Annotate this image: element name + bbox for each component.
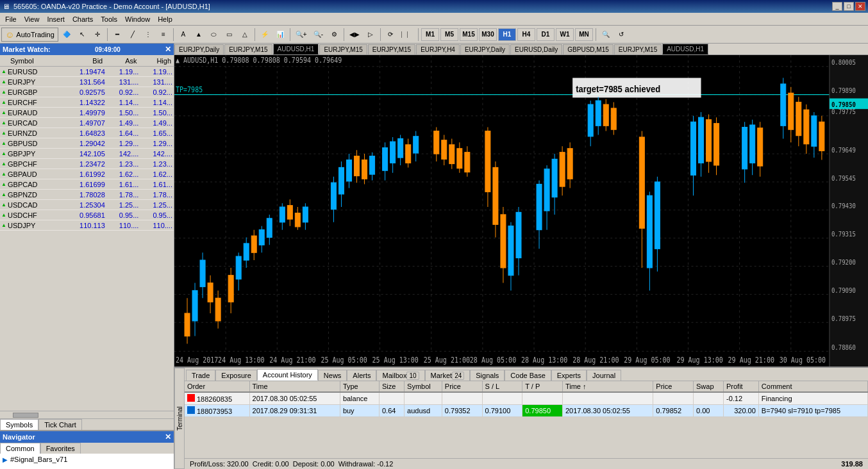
toolbar-crosshair-icon[interactable]: ✛ bbox=[90, 28, 104, 42]
chart-tab[interactable]: EURJPY,H4 bbox=[416, 44, 460, 54]
market-watch-row[interactable]: ▲ EURUSD 1.19474 1.19... 1.19... bbox=[0, 67, 174, 77]
market-watch-row[interactable]: ▲ GBPUSD 1.29042 1.29... 1.29... bbox=[0, 138, 174, 149]
navigator-item[interactable]: ▶ #Signal_Bars_v71 bbox=[3, 455, 171, 464]
chart-tab[interactable]: AUDUSD,H1 bbox=[273, 44, 319, 54]
order-type-2: buy bbox=[340, 405, 379, 417]
nav-tab-common[interactable]: Common bbox=[0, 443, 40, 454]
maximize-button[interactable]: □ bbox=[844, 2, 854, 11]
menu-charts[interactable]: Charts bbox=[69, 14, 97, 24]
menu-insert[interactable]: Insert bbox=[43, 14, 69, 24]
nav-tab-favorites[interactable]: Favorites bbox=[40, 443, 81, 454]
menu-file[interactable]: File bbox=[1, 14, 21, 24]
tf-w1[interactable]: W1 bbox=[556, 28, 574, 41]
market-watch-row[interactable]: ▲ EURCAD 1.49707 1.49... 1.49... bbox=[0, 118, 174, 128]
market-watch-row[interactable]: ▲ EURJPY 131.564 131.... 131.... bbox=[0, 77, 174, 87]
toolbar-label-icon[interactable]: ▲ bbox=[192, 28, 206, 42]
toolbar-rect-icon[interactable]: ▭ bbox=[222, 28, 237, 42]
mw-tab-symbols[interactable]: Symbols bbox=[0, 419, 38, 430]
tab-account-history[interactable]: Account History bbox=[257, 369, 318, 381]
chart-tab[interactable]: EURJPY,M15 bbox=[224, 44, 272, 54]
tab-mailbox[interactable]: Mailbox10 bbox=[376, 370, 424, 381]
toolbar-channel-icon[interactable]: ⋮ bbox=[141, 28, 155, 42]
toolbar-refresh-icon[interactable]: ↺ bbox=[614, 28, 628, 42]
toolbar-zoom-in-icon[interactable]: 🔍+ bbox=[293, 28, 310, 42]
market-watch-row[interactable]: ▲ GBPCHF 1.23472 1.23... 1.23... bbox=[0, 159, 174, 169]
svg-rect-106 bbox=[552, 159, 557, 197]
market-watch-row[interactable]: ▲ GBPJPY 142.105 142.... 142.... bbox=[0, 149, 174, 159]
market-watch-row[interactable]: ▲ USDJPY 110.113 110.... 110.... bbox=[0, 220, 174, 231]
market-watch-row[interactable]: ▲ EURGBP 0.92575 0.92... 0.92... bbox=[0, 87, 174, 97]
toolbar-line-icon[interactable]: ━ bbox=[110, 28, 124, 42]
toolbar-triangle-icon[interactable]: △ bbox=[238, 28, 252, 42]
chart-tab[interactable]: EURJPY,M15 bbox=[319, 44, 367, 54]
mw-row-ask: 1.78... bbox=[106, 191, 140, 199]
toolbar-chart-scroll[interactable]: ◀▶ bbox=[347, 28, 362, 42]
svg-rect-102 bbox=[537, 185, 542, 230]
market-watch-row[interactable]: ▲ USDCAD 1.25304 1.25... 1.25... bbox=[0, 200, 174, 210]
market-watch-row[interactable]: ▲ EURCHF 1.14322 1.14... 1.14... bbox=[0, 97, 174, 108]
toolbar-fib-icon[interactable]: ≡ bbox=[156, 28, 171, 42]
tab-trade[interactable]: Trade bbox=[186, 370, 215, 381]
chart-svg: TP=7985 target=7985 achieved ▲ AUDUSD,H1… bbox=[174, 55, 868, 366]
tab-news[interactable]: News bbox=[318, 370, 347, 381]
toolbar-ellipse-icon[interactable]: ⬭ bbox=[207, 28, 221, 42]
svg-text:0.79850: 0.79850 bbox=[831, 101, 856, 108]
market-watch-row[interactable]: ▲ USDCHF 0.95681 0.95... 0.95... bbox=[0, 210, 174, 220]
chart-tab[interactable]: EURJPY,M15 bbox=[368, 44, 415, 54]
toolbar-shift-icon[interactable]: ▷ bbox=[363, 28, 378, 42]
toolbar-indicator-icon[interactable]: 📊 bbox=[273, 28, 287, 42]
terminal-label[interactable]: Terminal bbox=[174, 368, 185, 469]
tab-market[interactable]: Market24 bbox=[425, 370, 471, 381]
market-watch-row[interactable]: ▲ GBPCAD 1.61699 1.61... 1.61... bbox=[0, 179, 174, 190]
market-watch-row[interactable]: ▲ GBPNZD 1.78028 1.78... 1.78... bbox=[0, 190, 174, 200]
menu-tools[interactable]: Tools bbox=[97, 14, 121, 24]
chart-tab[interactable]: GBPUSD,M15 bbox=[563, 44, 613, 54]
toolbar-cursor-icon[interactable]: ↖ bbox=[75, 28, 89, 42]
mw-row-ask: 1.23... bbox=[106, 160, 140, 168]
tab-alerts[interactable]: Alerts bbox=[347, 370, 376, 381]
mw-tab-tickchart[interactable]: Tick Chart bbox=[38, 419, 82, 430]
toolbar-auto-scroll[interactable]: ⟳ bbox=[383, 28, 397, 42]
tf-m5[interactable]: M5 bbox=[440, 28, 458, 41]
autotrading-button[interactable]: ☺ AutoTrading bbox=[1, 28, 58, 42]
tf-m30[interactable]: M30 bbox=[479, 28, 497, 41]
toolbar-zoom-out-icon[interactable]: 🔍- bbox=[311, 28, 326, 42]
tf-d1[interactable]: D1 bbox=[537, 28, 555, 41]
chart-canvas[interactable]: TP=7985 target=7985 achieved ▲ AUDUSD,H1… bbox=[174, 55, 868, 366]
chart-tab[interactable]: EURJPY,Daily bbox=[460, 44, 510, 54]
tf-mn[interactable]: MN bbox=[575, 28, 593, 41]
tab-signals[interactable]: Signals bbox=[470, 370, 505, 381]
mw-scrollbar-h[interactable] bbox=[0, 411, 174, 418]
market-watch-close[interactable]: ✕ bbox=[165, 45, 171, 54]
menu-window[interactable]: Window bbox=[121, 14, 154, 24]
chart-tab[interactable]: EURJPY,M15 bbox=[614, 44, 662, 54]
toolbar-period-icon[interactable]: ⚡ bbox=[258, 28, 272, 42]
chart-tab[interactable]: EURUSD,Daily bbox=[510, 44, 562, 54]
market-watch-row[interactable]: ▲ EURNZD 1.64823 1.64... 1.65... bbox=[0, 128, 174, 138]
chart-tab[interactable]: EURJPY,Daily bbox=[174, 44, 224, 54]
tab-exposure[interactable]: Exposure bbox=[215, 370, 256, 381]
toolbar-properties-icon[interactable]: ⚙ bbox=[327, 28, 341, 42]
mw-scroll-thumb[interactable] bbox=[13, 413, 38, 418]
toolbar-arrow-icon[interactable]: ╱ bbox=[126, 28, 140, 42]
toolbar-text-icon[interactable]: A bbox=[176, 28, 190, 42]
tf-m1[interactable]: M1 bbox=[421, 28, 439, 41]
minimize-button[interactable]: _ bbox=[832, 2, 842, 11]
tf-h1[interactable]: H1 bbox=[498, 28, 516, 41]
navigator-close[interactable]: ✕ bbox=[165, 432, 171, 441]
tab-experts[interactable]: Experts bbox=[551, 370, 587, 381]
menu-view[interactable]: View bbox=[21, 14, 44, 24]
tf-m15[interactable]: M15 bbox=[460, 28, 478, 41]
close-button[interactable]: ✕ bbox=[855, 2, 865, 11]
chart-tab[interactable]: AUDUSD,H1 bbox=[662, 44, 708, 54]
market-watch-row[interactable]: ▲ EURAUD 1.49979 1.50... 1.50... bbox=[0, 108, 174, 118]
tab-codebase[interactable]: Code Base bbox=[505, 370, 551, 381]
toolbar-shapes-icon[interactable]: 🔷 bbox=[60, 28, 74, 42]
tf-h4[interactable]: H4 bbox=[517, 28, 535, 41]
toolbar-chart-type[interactable]: ⎸⎸ bbox=[399, 28, 415, 42]
menu-help[interactable]: Help bbox=[154, 14, 176, 24]
tab-journal[interactable]: Journal bbox=[587, 370, 621, 381]
market-watch-row[interactable]: ▲ GBPAUD 1.61992 1.62... 1.62... bbox=[0, 169, 174, 179]
mailbox-badge: 10 bbox=[406, 372, 419, 380]
toolbar-search-icon[interactable]: 🔍 bbox=[599, 28, 613, 42]
